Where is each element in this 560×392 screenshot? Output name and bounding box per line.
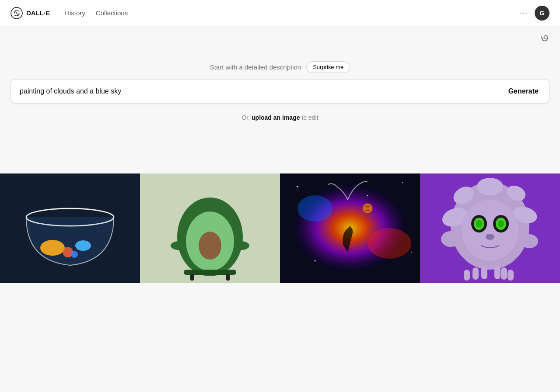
space-art-painting xyxy=(280,173,420,283)
svg-point-43 xyxy=(486,234,494,240)
header-right: ··· G xyxy=(520,6,550,21)
gallery-item-avocado-chair[interactable] xyxy=(140,173,280,283)
prompt-label-row: Start with a detailed description Surpri… xyxy=(210,61,350,73)
svg-rect-44 xyxy=(464,270,470,281)
gallery xyxy=(0,173,560,283)
prompt-label: Start with a detailed description xyxy=(210,63,301,71)
upload-text: Or, upload an image to edit xyxy=(242,114,318,121)
svg-rect-46 xyxy=(481,266,487,279)
avatar[interactable]: G xyxy=(535,6,550,21)
fishbowl-art xyxy=(0,173,140,283)
svg-point-21 xyxy=(367,195,368,196)
svg-point-42 xyxy=(498,220,504,227)
main-nav: History Collections xyxy=(60,7,132,19)
clock-history-icon xyxy=(540,33,550,43)
svg-point-23 xyxy=(411,252,412,253)
svg-point-19 xyxy=(297,186,298,187)
search-bar: Generate xyxy=(10,79,550,104)
svg-point-22 xyxy=(315,260,316,262)
svg-point-6 xyxy=(71,251,78,258)
more-options-icon[interactable]: ··· xyxy=(520,8,528,17)
logo-text: DALL·E xyxy=(26,9,50,17)
svg-rect-13 xyxy=(190,274,194,281)
svg-point-4 xyxy=(75,240,91,251)
nav-history[interactable]: History xyxy=(60,7,90,19)
svg-point-11 xyxy=(199,232,221,260)
svg-point-35 xyxy=(521,234,538,248)
svg-point-15 xyxy=(171,241,186,250)
svg-point-33 xyxy=(477,178,503,195)
svg-rect-14 xyxy=(226,274,230,281)
svg-point-26 xyxy=(368,228,411,259)
logo[interactable]: DALL·E xyxy=(10,7,50,19)
surprise-button[interactable]: Surprise me xyxy=(306,61,350,73)
hero-section: Start with a detailed description Surpri… xyxy=(0,26,560,139)
svg-point-34 xyxy=(441,231,460,247)
svg-rect-49 xyxy=(494,266,500,279)
monster-art xyxy=(420,173,560,283)
header: DALL·E History Collections ··· G xyxy=(0,0,560,26)
history-icon-button[interactable] xyxy=(540,33,550,45)
prompt-input[interactable] xyxy=(20,80,500,103)
svg-rect-45 xyxy=(472,267,479,280)
gallery-item-space-art[interactable] xyxy=(280,173,420,283)
svg-rect-48 xyxy=(501,267,507,280)
gallery-item-fishbowl[interactable] xyxy=(0,173,140,283)
avocado-chair-art xyxy=(140,173,280,283)
nav-collections[interactable]: Collections xyxy=(91,7,132,19)
upload-suffix-text: to edit xyxy=(301,114,318,121)
gallery-item-monster[interactable] xyxy=(420,173,560,283)
generate-button[interactable]: Generate xyxy=(500,82,547,101)
dalle-logo-icon xyxy=(10,7,23,19)
svg-point-24 xyxy=(362,203,373,214)
svg-point-25 xyxy=(298,195,332,222)
main-content: Start with a detailed description Surpri… xyxy=(0,0,560,283)
svg-point-16 xyxy=(234,241,249,250)
svg-rect-47 xyxy=(508,270,514,281)
svg-point-36 xyxy=(462,200,518,261)
upload-prefix: Or, xyxy=(242,114,250,121)
upload-image-link[interactable]: upload an image xyxy=(252,114,300,121)
svg-point-3 xyxy=(40,240,65,256)
svg-point-20 xyxy=(402,182,403,183)
svg-point-41 xyxy=(476,220,482,227)
